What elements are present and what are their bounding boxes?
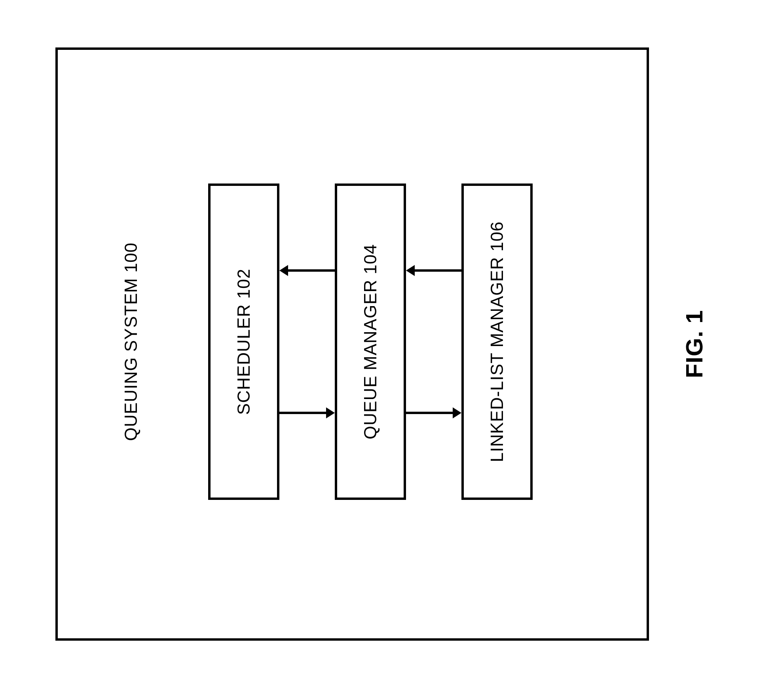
block-scheduler-label: SCHEDULER 102 — [234, 269, 254, 415]
block-queue-manager: QUEUE MANAGER 104 — [335, 184, 406, 500]
system-frame: QUEUING SYSTEM 100 SCHEDULER 102 QUEUE M… — [55, 47, 649, 641]
block-queue-manager-label: QUEUE MANAGER 104 — [361, 244, 380, 439]
block-linked-list-manager-label: LINKED-LIST MANAGER 106 — [487, 221, 507, 462]
block-linked-list-manager: LINKED-LIST MANAGER 106 — [461, 184, 533, 500]
block-scheduler: SCHEDULER 102 — [208, 184, 279, 500]
figure-caption: FIG. 1 — [681, 47, 708, 641]
page: QUEUING SYSTEM 100 SCHEDULER 102 QUEUE M… — [0, 0, 778, 700]
diagram-rotated-stage: QUEUING SYSTEM 100 SCHEDULER 102 QUEUE M… — [55, 47, 720, 641]
system-title: QUEUING SYSTEM 100 — [121, 45, 141, 638]
